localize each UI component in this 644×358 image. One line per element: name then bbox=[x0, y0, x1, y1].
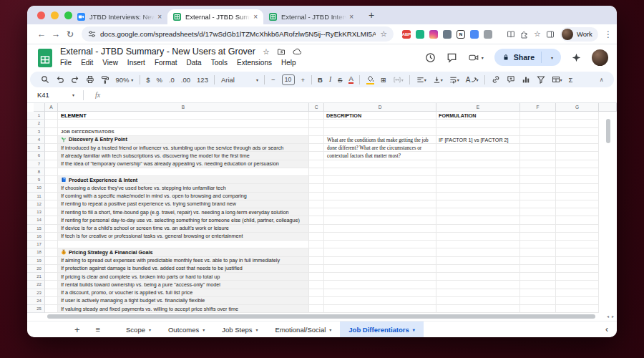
cell-B5[interactable]: If introduced by a trusted friend or inf… bbox=[58, 144, 309, 152]
text-rotation-icon[interactable]: A ▾ bbox=[462, 76, 482, 84]
column-header-F[interactable]: F bbox=[520, 103, 556, 112]
menu-help[interactable]: Help bbox=[281, 59, 296, 67]
cell-B3[interactable]: JOB DIFFERENTIATORS bbox=[58, 128, 309, 136]
cell-C2[interactable] bbox=[309, 120, 324, 127]
cell-B4[interactable]: Discovery & Entry Point bbox=[58, 136, 309, 144]
row-header-13[interactable]: 13 bbox=[27, 208, 45, 216]
cell-C12[interactable] bbox=[309, 200, 324, 208]
cell-A11[interactable] bbox=[45, 193, 58, 200]
format-percent-icon[interactable]: % bbox=[153, 76, 165, 84]
cell-B9[interactable]: Product Experience & Intent bbox=[58, 176, 309, 184]
decrease-font-size-button[interactable]: − bbox=[268, 76, 278, 84]
strikethrough-icon[interactable]: S bbox=[335, 76, 346, 84]
cell-D18[interactable] bbox=[324, 248, 436, 256]
cell-A7[interactable] bbox=[45, 160, 58, 168]
cell-D25[interactable] bbox=[324, 305, 436, 313]
cell-D23[interactable] bbox=[324, 289, 436, 297]
text-color-icon[interactable]: A bbox=[346, 75, 356, 84]
cell-A21[interactable] bbox=[45, 273, 58, 281]
insert-link-icon[interactable] bbox=[488, 75, 503, 84]
cell-E1[interactable]: FORMULATION bbox=[436, 112, 520, 120]
site-settings-icon[interactable] bbox=[88, 30, 96, 38]
sheet-tab-caret-icon[interactable]: ▾ bbox=[203, 327, 205, 332]
formula-input[interactable] bbox=[100, 87, 617, 102]
cell-F13[interactable] bbox=[520, 208, 556, 216]
cell-F19[interactable] bbox=[520, 257, 556, 265]
cell-B22[interactable]: If rental builds toward ownership vs. be… bbox=[58, 281, 309, 289]
functions-icon[interactable]: Σ bbox=[565, 76, 576, 84]
cell-F1[interactable] bbox=[520, 112, 556, 120]
horizontal-scrollbar-thumb[interactable] bbox=[47, 314, 595, 319]
cell-D17[interactable] bbox=[324, 241, 436, 248]
row-header-18[interactable]: 18 bbox=[27, 248, 45, 256]
row-header-21[interactable]: 21 bbox=[27, 273, 45, 281]
cell-F8[interactable] bbox=[520, 168, 556, 176]
notion-icon[interactable]: N bbox=[457, 30, 465, 39]
cell-A9[interactable] bbox=[45, 176, 58, 184]
cell-A5[interactable] bbox=[45, 144, 58, 152]
cell-G24[interactable] bbox=[556, 297, 599, 305]
cell-C3[interactable] bbox=[309, 128, 324, 136]
sheet-tab-caret-icon[interactable]: ▾ bbox=[329, 327, 331, 332]
row-header-3[interactable]: 3 bbox=[27, 128, 45, 136]
cell-C6[interactable] bbox=[309, 152, 324, 160]
cell-A15[interactable] bbox=[45, 225, 58, 233]
cell-F24[interactable] bbox=[520, 297, 556, 305]
row-header-16[interactable]: 16 bbox=[27, 233, 45, 241]
cell-D19[interactable] bbox=[324, 257, 436, 265]
horizontal-align-icon[interactable]: ▾ bbox=[413, 76, 429, 84]
cell-E23[interactable] bbox=[436, 289, 520, 297]
cell-F25[interactable] bbox=[520, 305, 556, 313]
row-header-12[interactable]: 12 bbox=[27, 200, 45, 208]
adblock-plus-icon[interactable]: ABP bbox=[402, 30, 411, 39]
cell-A13[interactable] bbox=[45, 208, 58, 216]
menu-data[interactable]: Data bbox=[187, 59, 202, 67]
column-header-D[interactable]: D bbox=[324, 103, 436, 112]
cell-C19[interactable] bbox=[309, 257, 324, 265]
bookmark-star-icon[interactable]: ☆ bbox=[380, 29, 387, 39]
cell-E18[interactable] bbox=[436, 248, 520, 256]
cell-B1[interactable]: ELEMENT bbox=[58, 112, 309, 120]
column-header-G[interactable]: G bbox=[556, 103, 599, 112]
scroll-right-icon[interactable]: ▸ bbox=[612, 313, 614, 320]
blue-extension-icon[interactable] bbox=[470, 30, 479, 39]
sheet-tab-scope[interactable]: Scope▾ bbox=[117, 321, 160, 337]
bookmarks-icon[interactable]: ☆ bbox=[534, 29, 541, 39]
cell-B16[interactable]: If tech is for creative or professional … bbox=[58, 233, 309, 241]
row-header-14[interactable]: 14 bbox=[27, 216, 45, 224]
cell-C17[interactable] bbox=[309, 241, 324, 248]
reload-icon[interactable]: ↻ bbox=[63, 29, 77, 39]
cell-D11[interactable] bbox=[324, 193, 436, 200]
increase-decimal-icon[interactable]: .00 bbox=[177, 76, 193, 84]
column-header-E[interactable]: E bbox=[436, 103, 520, 112]
menu-edit[interactable]: Edit bbox=[81, 59, 93, 67]
account-avatar[interactable] bbox=[592, 49, 608, 66]
close-tab-icon[interactable]: × bbox=[157, 13, 162, 21]
cell-D15[interactable] bbox=[324, 225, 436, 233]
cell-F6[interactable] bbox=[520, 152, 556, 160]
name-box[interactable]: K41 ▾ bbox=[27, 91, 80, 99]
cell-E21[interactable] bbox=[436, 273, 520, 281]
undo-icon[interactable] bbox=[52, 75, 67, 84]
zoom-select[interactable]: 90% ▾ bbox=[112, 76, 137, 84]
cell-C4[interactable] bbox=[309, 136, 324, 144]
menu-tools[interactable]: Tools bbox=[211, 59, 228, 67]
cell-C16[interactable] bbox=[309, 233, 324, 241]
cell-B25[interactable]: If valuing steady and fixed payments vs.… bbox=[58, 305, 309, 313]
profile-chip[interactable]: Work bbox=[560, 27, 598, 42]
cell-G18[interactable] bbox=[556, 248, 599, 256]
cell-G10[interactable] bbox=[556, 184, 599, 192]
cell-B24[interactable]: If user is actively managing a tight bud… bbox=[58, 297, 309, 305]
cell-A12[interactable] bbox=[45, 200, 58, 208]
cell-G25[interactable] bbox=[556, 305, 599, 313]
puzzle-extension-icon[interactable] bbox=[484, 30, 492, 39]
move-to-folder-icon[interactable] bbox=[277, 47, 286, 56]
cell-A1[interactable] bbox=[45, 112, 58, 120]
browser-tab-2[interactable]: External - JTBD Summary - New Users at G… bbox=[167, 9, 263, 24]
sheet-tab-outcomes[interactable]: Outcomes▾ bbox=[160, 321, 213, 337]
cell-D7[interactable] bbox=[324, 160, 436, 168]
cell-C22[interactable] bbox=[309, 281, 324, 289]
meet-video-icon[interactable]: ▾ bbox=[468, 53, 484, 62]
cell-G14[interactable] bbox=[556, 216, 599, 224]
share-caret-icon[interactable]: ▾ bbox=[546, 55, 558, 60]
